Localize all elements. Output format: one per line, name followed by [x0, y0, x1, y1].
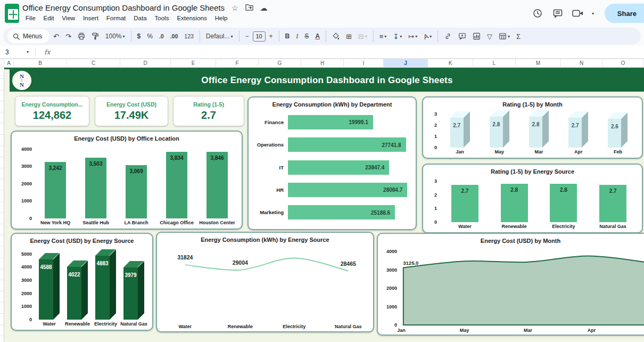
share-button[interactable]: Share	[605, 4, 644, 23]
insert-chart-button[interactable]	[470, 29, 483, 43]
column-header-N[interactable]: N	[561, 59, 602, 68]
chart-consumption-by-energy-source[interactable]: Energy Consumption (kWh) by Energy Sourc…	[156, 232, 374, 332]
row-header[interactable]	[0, 202, 4, 213]
row-header[interactable]	[0, 291, 4, 303]
zoom-select[interactable]: 100% ▾	[103, 29, 128, 43]
menu-file[interactable]: File	[22, 14, 39, 22]
column-header-J[interactable]: J	[384, 59, 428, 68]
move-folder-icon[interactable]	[245, 4, 253, 12]
row-header[interactable]	[0, 68, 4, 79]
horizontal-align-button[interactable]: ≡ ▾	[377, 29, 390, 43]
insert-comment-button[interactable]	[456, 29, 469, 43]
table-views-button[interactable]: ▾	[496, 29, 513, 43]
increase-decimal-button[interactable]: .00	[168, 29, 181, 43]
menu-view[interactable]: View	[59, 14, 78, 22]
row-header[interactable]	[0, 336, 4, 342]
increase-font-size-button[interactable]: +	[267, 29, 276, 43]
chart-rating-by-energy-source[interactable]: Rating (1-5) by Energy Source32102.72.82…	[422, 164, 643, 233]
fill-color-button[interactable]	[329, 29, 342, 43]
select-all-corner[interactable]	[0, 59, 4, 68]
version-history-icon[interactable]	[531, 7, 544, 20]
chart-consumption-by-department[interactable]: Energy Consumption (kWh) by DepartmentFi…	[247, 96, 417, 230]
google-sheets-logo-icon[interactable]	[5, 4, 19, 23]
bold-button[interactable]: B	[283, 29, 293, 43]
row-header[interactable]	[0, 235, 4, 247]
formula-input[interactable]	[55, 46, 644, 58]
menu-tools[interactable]: Tools	[152, 14, 172, 22]
column-header-C[interactable]: C	[67, 59, 120, 68]
paint-format-button[interactable]	[89, 29, 102, 43]
undo-button[interactable]: ↶	[51, 29, 62, 43]
row-header[interactable]	[0, 112, 4, 124]
chart-cost-by-energy-source[interactable]: Energy Cost (USD) by Energy Source500040…	[11, 233, 153, 331]
decrease-decimal-button[interactable]: .0	[156, 29, 167, 43]
row-header[interactable]	[0, 224, 4, 235]
column-header-H[interactable]: H	[301, 59, 344, 68]
row-header[interactable]	[0, 168, 4, 180]
menu-help[interactable]: Help	[212, 14, 231, 22]
text-wrap-button[interactable]: ↦ ▾	[406, 29, 420, 43]
row-header[interactable]	[0, 90, 4, 101]
chart-cost-by-month[interactable]: Energy Cost (USD) by Month40003000200010…	[377, 233, 644, 336]
comments-icon[interactable]	[551, 7, 564, 20]
functions-button[interactable]: Σ	[514, 29, 523, 43]
menu-insert[interactable]: Insert	[80, 14, 102, 22]
row-header[interactable]	[0, 280, 4, 291]
column-header-E[interactable]: E	[171, 59, 216, 68]
column-header-L[interactable]: L	[473, 59, 516, 68]
vertical-align-button[interactable]: ↧ ▾	[390, 29, 404, 43]
row-header[interactable]	[0, 258, 4, 269]
chart-cost-by-office-location[interactable]: Energy Cost (USD) by Office Location4000…	[11, 131, 243, 230]
row-header[interactable]	[0, 303, 4, 314]
document-title[interactable]: Office Energy Consumption Dashboard in G…	[22, 3, 225, 12]
text-color-button[interactable]: A	[312, 29, 323, 43]
menu-format[interactable]: Format	[103, 14, 129, 22]
search-menus-button[interactable]: Menus	[7, 29, 49, 43]
row-header[interactable]	[0, 213, 4, 224]
star-icon[interactable]: ☆	[232, 4, 238, 12]
column-header-F[interactable]: F	[216, 59, 259, 68]
row-header[interactable]	[0, 124, 4, 135]
row-header[interactable]	[0, 314, 4, 325]
row-header[interactable]	[0, 269, 4, 280]
row-header[interactable]	[0, 146, 4, 157]
row-header[interactable]	[0, 101, 4, 112]
column-header-G[interactable]: G	[259, 59, 301, 68]
decrease-font-size-button[interactable]: −	[243, 29, 252, 43]
merge-cells-button[interactable]: ⊟ ▾	[356, 29, 370, 43]
column-header-B[interactable]: B	[14, 59, 67, 68]
menu-data[interactable]: Data	[130, 14, 150, 22]
column-header-D[interactable]: D	[120, 59, 171, 68]
more-formats-button[interactable]: 123	[181, 29, 196, 43]
kpi-card-energy-consumption[interactable]: Energy Consumption... 124,862	[15, 96, 89, 126]
column-header-O[interactable]: O	[602, 59, 644, 68]
row-header[interactable]	[0, 157, 4, 168]
row-header[interactable]	[0, 79, 4, 90]
menu-edit[interactable]: Edit	[40, 14, 57, 22]
font-select[interactable]: Defaul... ▾	[203, 29, 236, 43]
row-header[interactable]	[0, 247, 4, 258]
italic-button[interactable]: I	[293, 29, 301, 43]
row-header[interactable]	[0, 325, 4, 336]
name-box[interactable]: 3 ▾	[0, 48, 32, 56]
video-call-dropdown-icon[interactable]: ▾	[592, 11, 594, 16]
font-size-input[interactable]: 10	[253, 31, 266, 42]
menu-extensions[interactable]: Extensions	[174, 14, 210, 22]
video-call-icon[interactable]	[572, 7, 584, 20]
column-header-I[interactable]: I	[344, 59, 384, 68]
insert-link-button[interactable]	[441, 29, 455, 43]
row-headers[interactable]	[0, 68, 4, 342]
format-currency-button[interactable]: $	[135, 29, 144, 43]
kpi-card-rating[interactable]: Rating (1-5) 2.7	[173, 96, 244, 126]
create-filter-button[interactable]: ▽	[484, 29, 495, 43]
chart-rating-by-month[interactable]: Rating (1-5) by Month32102.72.82.82.72.6…	[422, 96, 643, 159]
print-button[interactable]	[75, 29, 88, 43]
column-header-K[interactable]: K	[428, 59, 473, 68]
row-header[interactable]	[0, 180, 4, 191]
row-header[interactable]	[0, 191, 4, 202]
redo-button[interactable]: ↷	[63, 29, 74, 43]
borders-button[interactable]: ⊞	[343, 29, 354, 43]
column-header-A[interactable]: A	[4, 59, 14, 68]
spreadsheet-canvas[interactable]: N t N Office Energy Consumption Dashboar…	[0, 68, 644, 342]
row-header[interactable]	[0, 135, 4, 146]
